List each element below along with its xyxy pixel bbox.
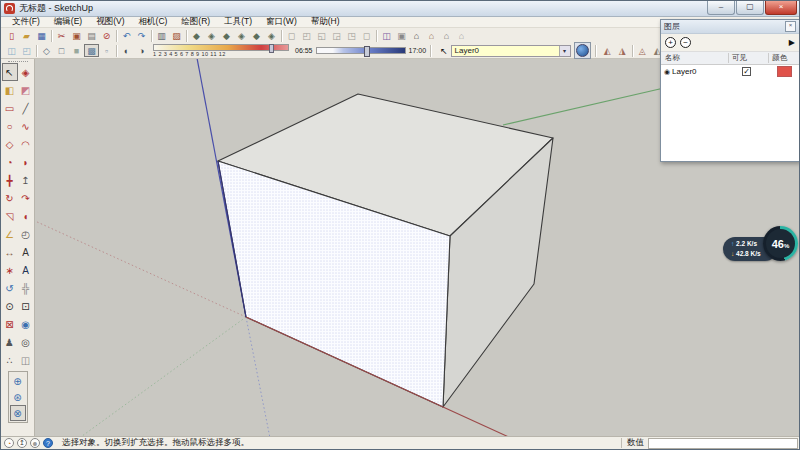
shadow-time-slider[interactable]: 06:55 17:00 [295, 47, 426, 54]
scale-tool[interactable]: ◹ [2, 207, 18, 225]
component-icon-4[interactable]: ◈ [234, 29, 249, 42]
arc2-tool[interactable]: ◗ [18, 153, 34, 171]
rectangle-tool[interactable]: ▭ [2, 99, 18, 117]
component-icon-6[interactable]: ◈ [264, 29, 279, 42]
settings-tool[interactable]: ⊗ [10, 405, 26, 421]
layer-row[interactable]: ◉ Layer0 ✓ [661, 65, 799, 78]
layer-name[interactable]: Layer0 [672, 67, 728, 76]
claim-credit-icon[interactable]: ↥ [17, 438, 27, 448]
monochrome-style-icon[interactable]: ▫ [99, 44, 114, 57]
select-tool[interactable]: ↖ [2, 63, 18, 81]
shadow-dialog-icon[interactable]: ◑ [134, 44, 149, 57]
protractor-tool[interactable]: ◴ [18, 225, 34, 243]
interact-icon-6[interactable]: ◻ [359, 29, 374, 42]
zoom-extents-tool[interactable]: ⊠ [2, 315, 18, 333]
interact-icon-4[interactable]: ◲ [329, 29, 344, 42]
layer-visible-checkbox[interactable]: ✓ [742, 67, 751, 76]
walk-tool[interactable]: ∴ [2, 351, 18, 369]
push-pull-tool[interactable]: ↥ [18, 171, 34, 189]
menu-draw[interactable]: 绘图(R) [174, 16, 217, 28]
open-file-icon[interactable]: ▰ [19, 29, 34, 42]
layers-panel-titlebar[interactable]: 图层 × [661, 20, 799, 34]
tape-measure-tool[interactable]: ∠ [2, 225, 18, 243]
date-slider-handle[interactable] [269, 44, 274, 53]
redo-icon[interactable]: ↷ [134, 29, 149, 42]
offset-tool[interactable]: ◖ [18, 207, 34, 225]
column-visible[interactable]: 可见 [728, 53, 768, 63]
interact-icon-3[interactable]: ◱ [314, 29, 329, 42]
dimension-tool[interactable]: ↔ [2, 243, 18, 261]
sign-in-icon[interactable]: ☻ [30, 438, 40, 448]
component-icon-1[interactable]: ◆ [189, 29, 204, 42]
rotate-tool[interactable]: ↻ [2, 189, 18, 207]
paint-bucket-tool[interactable]: ◧ [2, 81, 18, 99]
interact-icon-1[interactable]: ◻ [284, 29, 299, 42]
interact-icon-5[interactable]: ◳ [344, 29, 359, 42]
share-component-icon[interactable]: ⌂ [439, 29, 454, 42]
add-layer-button[interactable]: + [665, 37, 676, 48]
maximize-button[interactable]: ▢ [736, 1, 764, 15]
axes-tool[interactable]: ∗ [2, 261, 18, 279]
measurements-input[interactable] [648, 438, 798, 449]
arc-tool[interactable]: ◠ [18, 135, 34, 153]
time-track[interactable] [316, 47, 406, 54]
component-icon-5[interactable]: ◆ [249, 29, 264, 42]
geolocation-icon[interactable]: ◔ [4, 438, 14, 448]
pan-tool[interactable]: ╬ [18, 279, 34, 297]
freehand-tool[interactable]: ∿ [18, 117, 34, 135]
print-icon[interactable]: ▥ [154, 29, 169, 42]
close-button[interactable]: × [765, 1, 797, 15]
new-file-icon[interactable]: ▯ [4, 29, 19, 42]
menu-camera[interactable]: 相机(C) [132, 16, 175, 28]
menu-file[interactable]: 文件(F) [5, 16, 47, 28]
shadow-toggle-icon[interactable]: ◐ [119, 44, 134, 57]
component-icon-2[interactable]: ◈ [204, 29, 219, 42]
make-component-tool[interactable]: ◈ [18, 63, 34, 81]
paste-icon[interactable]: ▤ [84, 29, 99, 42]
hidden-line-style-icon[interactable]: □ [54, 44, 69, 57]
remove-layer-button[interactable]: − [680, 37, 691, 48]
active-layer-combo[interactable]: Layer0 ▾ [451, 45, 571, 57]
undo-icon[interactable]: ↶ [119, 29, 134, 42]
3d-warehouse-icon[interactable]: ▣ [394, 29, 409, 42]
minimize-button[interactable]: – [707, 1, 735, 15]
layer-manager-button[interactable] [574, 42, 591, 59]
eraser-tool[interactable]: ◩ [18, 81, 34, 99]
erase-icon[interactable]: ⊘ [99, 29, 114, 42]
current-layer-radio[interactable]: ◉ [664, 68, 670, 76]
save-icon[interactable]: ▦ [34, 29, 49, 42]
wireframe-style-icon[interactable]: ◇ [39, 44, 54, 57]
layers-detail-arrow-icon[interactable]: ▶ [789, 38, 795, 47]
palette-grip[interactable] [8, 61, 28, 62]
look-around-tool[interactable]: ◎ [18, 333, 34, 351]
sandbox-from-scratch-icon[interactable]: ◮ [615, 44, 630, 57]
menu-view[interactable]: 视图(V) [89, 16, 131, 28]
shaded-textures-style-icon[interactable]: ▩ [84, 44, 99, 57]
get-models-icon[interactable]: ⌂ [409, 29, 424, 42]
time-slider-handle[interactable] [364, 46, 370, 57]
column-name[interactable]: 名称 [661, 53, 728, 63]
copy-icon[interactable]: ▣ [69, 29, 84, 42]
menu-help[interactable]: 帮助(H) [304, 16, 347, 28]
component-sampler-icon[interactable]: ⌂ [454, 29, 469, 42]
pie-tool[interactable]: ◔ [2, 153, 18, 171]
text-tool[interactable]: A [18, 243, 34, 261]
interact-icon-2[interactable]: ◰ [299, 29, 314, 42]
title-bar[interactable]: 无标题 - SketchUp – ▢ × [1, 1, 800, 17]
column-color[interactable]: 颜色 [768, 53, 799, 63]
back-edges-style-icon[interactable]: ◰ [19, 44, 34, 57]
share-model-icon[interactable]: ⌂ [424, 29, 439, 42]
help-icon[interactable]: ? [43, 438, 53, 448]
shaded-style-icon[interactable]: ■ [69, 44, 84, 57]
layer-color-swatch[interactable] [777, 66, 792, 77]
layers-panel-close-icon[interactable]: × [785, 21, 796, 32]
chevron-down-icon[interactable]: ▾ [559, 46, 570, 56]
section-plane-tool[interactable]: ◫ [18, 351, 34, 369]
menu-edit[interactable]: 编辑(E) [47, 16, 89, 28]
cut-icon[interactable]: ✂ [54, 29, 69, 42]
3d-text-tool[interactable]: A [18, 261, 34, 279]
line-tool[interactable]: ╱ [18, 99, 34, 117]
zoom-window-tool[interactable]: ⊡ [18, 297, 34, 315]
polygon-tool[interactable]: ◇ [2, 135, 18, 153]
menu-tools[interactable]: 工具(T) [217, 16, 259, 28]
